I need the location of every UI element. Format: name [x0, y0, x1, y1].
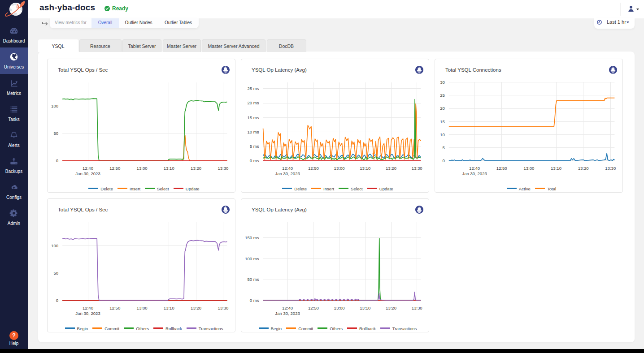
- svg-text:12:50: 12:50: [109, 306, 120, 310]
- svg-text:13:00: 13:00: [137, 166, 148, 171]
- svg-text:13:20: 13:20: [191, 306, 201, 310]
- svg-text:13:10: 13:10: [360, 166, 370, 171]
- svg-text:5 ms: 5 ms: [250, 144, 259, 149]
- svg-text:50: 50: [53, 131, 58, 136]
- svg-text:13:10: 13:10: [164, 306, 174, 310]
- svg-text:25: 25: [440, 93, 445, 98]
- svg-text:13:30: 13:30: [412, 306, 422, 310]
- svg-text:20: 20: [440, 106, 445, 111]
- svg-text:15 ms: 15 ms: [247, 115, 259, 120]
- svg-text:13:00: 13:00: [334, 306, 345, 310]
- svg-text:150 ms: 150 ms: [245, 235, 259, 240]
- svg-text:50 ms: 50 ms: [247, 277, 259, 282]
- svg-text:Jan 30, 2023: Jan 30, 2023: [75, 171, 100, 176]
- svg-text:12:40: 12:40: [282, 306, 293, 310]
- svg-text:0: 0: [56, 158, 58, 163]
- svg-text:10: 10: [440, 132, 445, 137]
- svg-text:20 ms: 20 ms: [247, 100, 259, 105]
- svg-text:13:10: 13:10: [164, 166, 174, 171]
- svg-text:30: 30: [440, 80, 445, 85]
- svg-text:0: 0: [442, 158, 444, 163]
- svg-text:12:40: 12:40: [282, 166, 293, 171]
- svg-text:100: 100: [51, 243, 58, 248]
- svg-text:13:30: 13:30: [218, 166, 228, 171]
- svg-text:13:30: 13:30: [218, 306, 228, 310]
- svg-text:Jan 30, 2023: Jan 30, 2023: [75, 311, 100, 316]
- svg-text:13:10: 13:10: [551, 166, 561, 171]
- svg-text:Jan 30, 2023: Jan 30, 2023: [462, 171, 487, 176]
- svg-text:12:40: 12:40: [83, 306, 93, 310]
- svg-text:13:10: 13:10: [360, 306, 370, 310]
- svg-text:100: 100: [51, 103, 58, 108]
- svg-text:13:00: 13:00: [137, 306, 148, 310]
- svg-text:100 ms: 100 ms: [245, 256, 259, 261]
- svg-text:13:20: 13:20: [578, 166, 589, 171]
- svg-text:0: 0: [56, 298, 58, 303]
- svg-text:13:00: 13:00: [523, 166, 534, 171]
- svg-text:13:00: 13:00: [334, 166, 345, 171]
- svg-text:Jan 30, 2023: Jan 30, 2023: [275, 171, 300, 176]
- svg-text:12:50: 12:50: [308, 166, 319, 171]
- svg-text:12:40: 12:40: [83, 166, 93, 171]
- svg-text:10 ms: 10 ms: [247, 129, 259, 134]
- svg-text:0 ms: 0 ms: [250, 298, 259, 303]
- svg-text:13:30: 13:30: [605, 166, 616, 171]
- svg-text:12:50: 12:50: [496, 166, 507, 171]
- svg-text:25 ms: 25 ms: [247, 86, 259, 91]
- svg-text:13:20: 13:20: [386, 306, 396, 310]
- svg-text:12:40: 12:40: [469, 166, 480, 171]
- svg-text:12:50: 12:50: [308, 306, 319, 310]
- svg-text:50: 50: [53, 271, 58, 276]
- svg-text:15: 15: [440, 119, 445, 124]
- svg-text:0 ms: 0 ms: [250, 158, 259, 163]
- svg-text:13:20: 13:20: [191, 166, 201, 171]
- svg-text:13:20: 13:20: [386, 166, 396, 171]
- svg-text:13:30: 13:30: [412, 166, 422, 171]
- svg-text:12:50: 12:50: [109, 166, 120, 171]
- svg-text:Jan 30, 2023: Jan 30, 2023: [275, 311, 300, 316]
- svg-text:5: 5: [442, 145, 444, 150]
